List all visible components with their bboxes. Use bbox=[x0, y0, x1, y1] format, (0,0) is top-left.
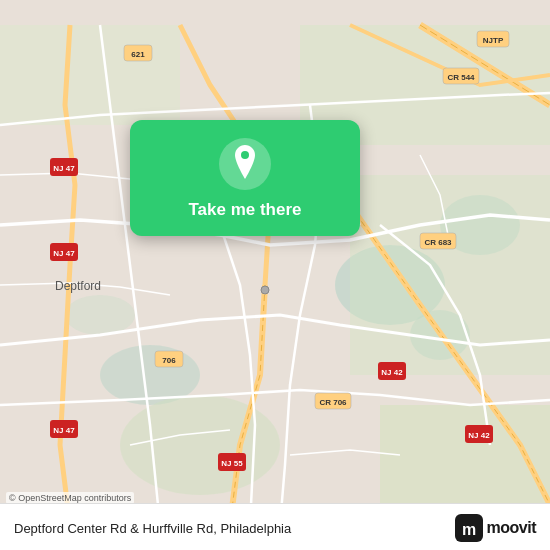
map-container: NJ 47 NJ 47 NJ 47 NJ 55 NJ 42 NJ 42 621 … bbox=[0, 0, 550, 550]
svg-point-36 bbox=[261, 286, 269, 294]
svg-text:NJ 42: NJ 42 bbox=[468, 431, 490, 440]
svg-text:m: m bbox=[461, 521, 475, 538]
map-svg: NJ 47 NJ 47 NJ 47 NJ 55 NJ 42 NJ 42 621 … bbox=[0, 0, 550, 550]
location-icon-wrapper bbox=[219, 138, 271, 190]
svg-text:CR 706: CR 706 bbox=[319, 398, 347, 407]
bottom-bar: Deptford Center Rd & Hurffville Rd, Phil… bbox=[0, 503, 550, 550]
svg-text:621: 621 bbox=[131, 50, 145, 59]
svg-point-9 bbox=[120, 395, 280, 495]
svg-text:Deptford: Deptford bbox=[55, 279, 101, 293]
svg-text:NJTP: NJTP bbox=[483, 36, 504, 45]
svg-text:NJ 42: NJ 42 bbox=[381, 368, 403, 377]
svg-rect-7 bbox=[0, 25, 180, 125]
moovit-brand-text: moovit bbox=[487, 519, 536, 537]
svg-point-4 bbox=[65, 295, 135, 335]
svg-text:NJ 55: NJ 55 bbox=[221, 459, 243, 468]
svg-text:706: 706 bbox=[162, 356, 176, 365]
svg-text:CR 544: CR 544 bbox=[447, 73, 475, 82]
moovit-logo: m moovit bbox=[455, 514, 536, 542]
svg-text:NJ 47: NJ 47 bbox=[53, 426, 75, 435]
popup-card[interactable]: Take me there bbox=[130, 120, 360, 236]
svg-text:NJ 47: NJ 47 bbox=[53, 249, 75, 258]
location-pin-icon bbox=[230, 145, 260, 184]
take-me-there-button[interactable]: Take me there bbox=[188, 200, 301, 220]
svg-text:CR 683: CR 683 bbox=[424, 238, 452, 247]
svg-point-37 bbox=[241, 151, 249, 159]
moovit-icon: m bbox=[455, 514, 483, 542]
svg-text:NJ 47: NJ 47 bbox=[53, 164, 75, 173]
address-label: Deptford Center Rd & Hurffville Rd, Phil… bbox=[14, 521, 291, 536]
